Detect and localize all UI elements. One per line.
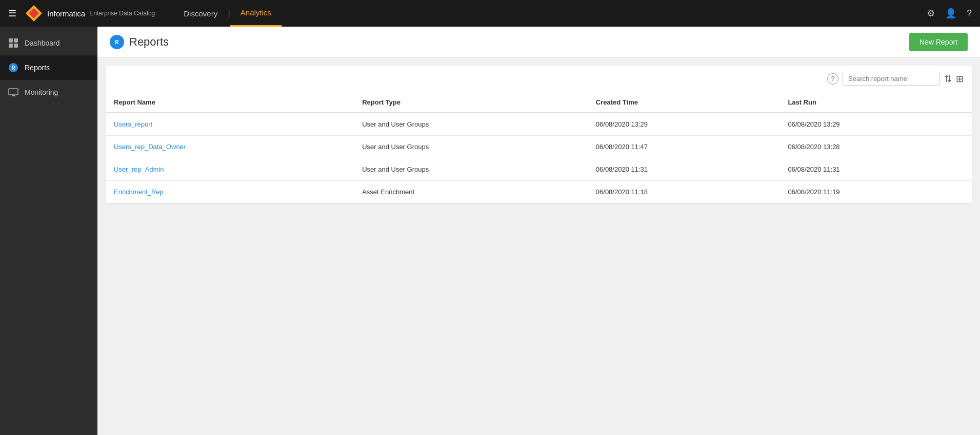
created-time-cell: 06/08/2020 11:47	[588, 136, 780, 158]
nav-link-analytics[interactable]: Analytics	[230, 0, 282, 27]
report-link-3[interactable]: Enrichment_Rep	[114, 188, 164, 196]
svg-rect-8	[9, 89, 18, 95]
logo-text: Informatica	[47, 9, 85, 18]
svg-text:R: R	[11, 65, 15, 71]
logo-subtitle: Enterprise Data Catalog	[89, 10, 155, 17]
new-report-button[interactable]: New Report	[909, 33, 968, 51]
page-title-container: R Reports	[110, 35, 169, 49]
reports-table: Report Name Report Type Created Time Las…	[106, 92, 972, 203]
report-link-0[interactable]: Users_report	[114, 120, 152, 128]
user-icon[interactable]: 👤	[945, 8, 956, 19]
settings-icon[interactable]: ⚙	[927, 8, 935, 19]
svg-rect-2	[9, 38, 13, 43]
sidebar: Dashboard R Reports Monitoring	[0, 27, 97, 435]
svg-rect-4	[9, 44, 13, 48]
dashboard-icon	[8, 38, 18, 48]
col-report-type: Report Type	[354, 92, 588, 113]
table-container: ? ⇅ ⊞ Report Name Report Type Created Ti…	[106, 66, 972, 203]
hamburger-icon[interactable]: ☰	[8, 8, 16, 19]
main-content: R Reports New Report ? ⇅ ⊞ Report Name R	[97, 27, 980, 435]
sidebar-item-dashboard[interactable]: Dashboard	[0, 31, 97, 55]
report-link-2[interactable]: User_rep_Admin	[114, 165, 164, 173]
svg-rect-5	[14, 44, 18, 48]
svg-text:R: R	[115, 39, 119, 45]
svg-rect-10	[10, 96, 16, 96]
col-created-time: Created Time	[588, 92, 780, 113]
nav-right-icons: ⚙ 👤 ?	[927, 8, 972, 19]
report-link-1[interactable]: Users_rep_Data_Owner	[114, 143, 186, 151]
sidebar-item-monitoring[interactable]: Monitoring	[0, 80, 97, 105]
nav-link-discovery[interactable]: Discovery	[173, 0, 228, 27]
help-icon[interactable]: ?	[967, 8, 972, 19]
table-header-row: Report Name Report Type Created Time Las…	[106, 92, 972, 113]
search-input[interactable]	[843, 72, 940, 86]
sort-icon[interactable]: ⇅	[944, 73, 952, 85]
last-run-cell: 06/08/2020 13:29	[779, 113, 972, 136]
sidebar-item-monitoring-label: Monitoring	[25, 88, 58, 96]
svg-rect-3	[14, 38, 18, 43]
content-area: ? ⇅ ⊞ Report Name Report Type Created Ti…	[97, 57, 980, 211]
nav-links: Discovery | Analytics	[173, 0, 282, 27]
created-time-cell: 06/08/2020 13:29	[588, 113, 780, 136]
monitoring-icon	[8, 87, 18, 97]
table-row: Users_reportUser and User Groups06/08/20…	[106, 113, 972, 136]
table-row: Enrichment_RepAsset Enrichment06/08/2020…	[106, 181, 972, 203]
table-row: User_rep_AdminUser and User Groups06/08/…	[106, 158, 972, 181]
report-type-cell: Asset Enrichment	[354, 181, 588, 203]
reports-sidebar-icon: R	[8, 63, 18, 73]
last-run-cell: 06/08/2020 13:28	[779, 136, 972, 158]
last-run-cell: 06/08/2020 11:19	[779, 181, 972, 203]
page-header: R Reports New Report	[97, 27, 980, 57]
created-time-cell: 06/08/2020 11:31	[588, 158, 780, 181]
page-title: Reports	[129, 35, 169, 49]
top-navigation: ☰ Informatica Enterprise Data Catalog Di…	[0, 0, 980, 27]
logo-container: Informatica Enterprise Data Catalog	[25, 4, 155, 23]
report-type-cell: User and User Groups	[354, 158, 588, 181]
last-run-cell: 06/08/2020 11:31	[779, 158, 972, 181]
col-report-name: Report Name	[106, 92, 354, 113]
informatica-logo-icon	[25, 4, 43, 23]
col-last-run: Last Run	[779, 92, 972, 113]
svg-rect-9	[12, 95, 15, 96]
table-toolbar: ? ⇅ ⊞	[106, 66, 972, 92]
created-time-cell: 06/08/2020 11:18	[588, 181, 780, 203]
sidebar-item-reports-label: Reports	[25, 64, 50, 72]
report-type-cell: User and User Groups	[354, 113, 588, 136]
sidebar-item-reports[interactable]: R Reports	[0, 55, 97, 80]
view-toggle-icon[interactable]: ⊞	[956, 73, 964, 85]
sidebar-item-dashboard-label: Dashboard	[25, 39, 60, 47]
report-type-cell: User and User Groups	[354, 136, 588, 158]
table-help-icon[interactable]: ?	[827, 73, 838, 85]
page-title-icon: R	[110, 35, 124, 49]
table-row: Users_rep_Data_OwnerUser and User Groups…	[106, 136, 972, 158]
